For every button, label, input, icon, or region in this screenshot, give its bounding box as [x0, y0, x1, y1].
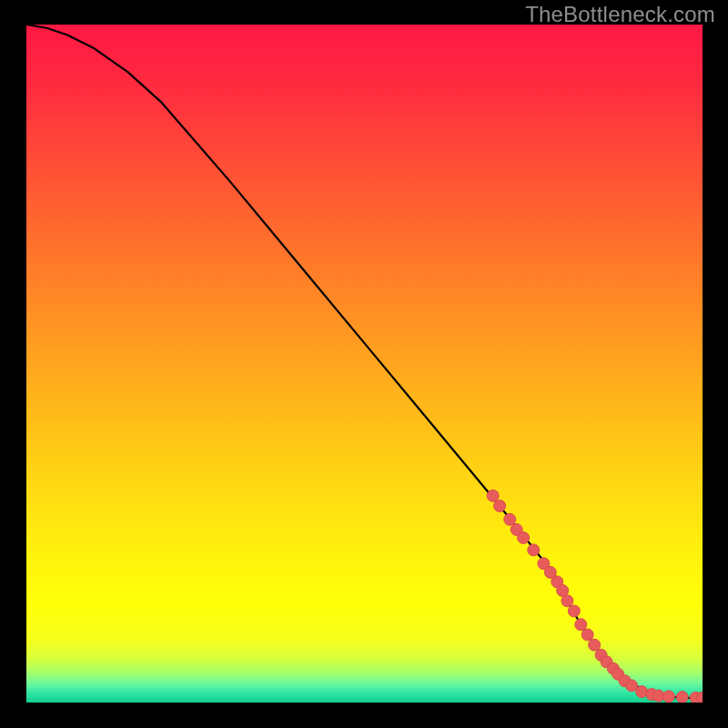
- watermark-label: TheBottleneck.com: [525, 2, 715, 27]
- chart-plot-area: [26, 25, 703, 703]
- chart-frame: TheBottleneck.com: [0, 0, 728, 728]
- scatter-points: [26, 25, 703, 703]
